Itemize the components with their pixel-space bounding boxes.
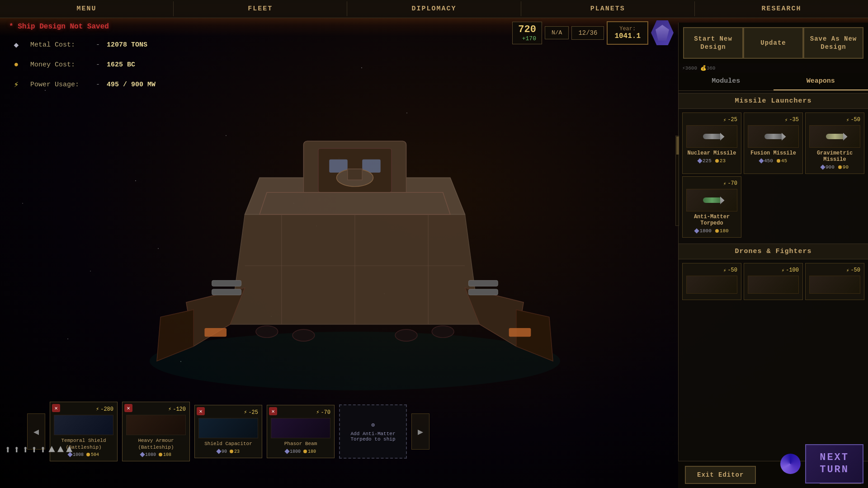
unit-icon-1: ⬆ bbox=[5, 443, 11, 456]
weapon-fusion-missile[interactable]: ⚡ -35 Fusion Missile 450 45 bbox=[744, 113, 803, 174]
nav-fleet[interactable]: FLEET bbox=[174, 1, 347, 16]
svg-point-0 bbox=[150, 332, 560, 390]
add-slot-plus: ⊕ bbox=[371, 421, 375, 429]
antimatter-metal-icon bbox=[694, 229, 699, 234]
update-button[interactable]: Update bbox=[743, 27, 803, 59]
scroll-right-arrow[interactable]: ▶ bbox=[411, 413, 429, 450]
weapon-nuclear-missile[interactable]: ⚡ -25 Nuclear Missile 225 23 bbox=[682, 113, 741, 174]
gold-coin-icon bbox=[715, 159, 719, 163]
right-equipment-panel[interactable]: Start New Design Update Save As New Desi… bbox=[678, 23, 868, 488]
drone-card-1[interactable]: ⚡ -50 bbox=[682, 263, 741, 300]
antimatter-power-val: -70 bbox=[727, 180, 737, 187]
nav-menu[interactable]: MENU bbox=[0, 1, 174, 16]
capacitor-power-val: -25 bbox=[248, 409, 258, 416]
capacitor-power-icon: ⚡ bbox=[244, 409, 247, 416]
ts-gold: 504 bbox=[86, 452, 99, 457]
exit-editor-button[interactable]: Exit Editor bbox=[685, 466, 756, 484]
remove-heavy-armour-button[interactable]: ✕ bbox=[124, 404, 132, 412]
drone1-image bbox=[686, 276, 737, 294]
drone2-power: ⚡ -100 bbox=[748, 267, 799, 273]
next-turn-button[interactable]: NEXT TURN bbox=[805, 444, 863, 483]
power-icon: ⚡ bbox=[9, 77, 24, 92]
fusion-metal: 450 bbox=[760, 158, 773, 164]
temporal-power-val: -280 bbox=[100, 406, 113, 413]
nuclear-power-val: -25 bbox=[727, 117, 737, 123]
svg-rect-23 bbox=[348, 169, 362, 180]
nav-research[interactable]: RESEARCH bbox=[695, 1, 868, 16]
save-as-new-design-button[interactable]: Save As New Design bbox=[803, 27, 863, 59]
svg-point-15 bbox=[292, 329, 315, 341]
unit-icon-7: ▲ bbox=[57, 443, 64, 456]
equipment-tabs: Modules Weapons bbox=[679, 73, 868, 91]
nuclear-gold-val: 23 bbox=[720, 158, 726, 164]
year-label: Year: bbox=[614, 26, 641, 32]
shield-capacitor-name: Shield Capacitor bbox=[198, 441, 258, 447]
start-new-design-button[interactable]: Start New Design bbox=[683, 27, 743, 59]
drone1-power-icon: ⚡ bbox=[723, 267, 726, 273]
shield-capacitor-stats: 90 23 bbox=[198, 449, 258, 454]
svg-rect-27 bbox=[468, 289, 498, 295]
slot-phasor-beam[interactable]: ✕ ⚡ -70 Phasor Beam 1800 180 bbox=[267, 405, 335, 458]
ship-3d-model bbox=[45, 68, 665, 398]
add-antimatter-torpedo-slot[interactable]: ⊕ Add Anti-Matter Torpedo to ship bbox=[339, 404, 407, 459]
svg-rect-11 bbox=[204, 328, 226, 337]
fusion-power-icon: ⚡ bbox=[785, 117, 788, 123]
unit-icon-6: ▲ bbox=[48, 443, 55, 456]
ha-metal: 1080 bbox=[141, 452, 156, 457]
antimatter-torpedo-name: Anti-Matter Torpedo bbox=[686, 214, 737, 226]
sc-gold-icon bbox=[230, 450, 233, 453]
nuclear-missile-image bbox=[686, 125, 737, 148]
weapon-gravimetric-missile[interactable]: ⚡ -50 Gravimetric Missile 900 90 bbox=[805, 113, 864, 174]
top-navigation: MENU FLEET DIPLOMACY PLANETS RESEARCH bbox=[0, 0, 868, 18]
phasor-power-val: -70 bbox=[321, 409, 330, 416]
remove-phasor-beam-button[interactable]: ✕ bbox=[269, 407, 277, 415]
tab-weapons[interactable]: Weapons bbox=[774, 73, 868, 90]
nuclear-metal: 225 bbox=[698, 158, 712, 164]
fusion-missile-shape bbox=[764, 134, 783, 139]
year-value: 1041.1 bbox=[614, 32, 641, 40]
nav-diplomacy[interactable]: DIPLOMACY bbox=[347, 1, 521, 16]
fusion-metal-val: 450 bbox=[764, 158, 773, 164]
fusion-missile-name: Fusion Missile bbox=[748, 150, 799, 156]
nav-planets[interactable]: PLANETS bbox=[521, 1, 695, 16]
grav-metal-icon bbox=[820, 165, 825, 170]
fusion-gold: 45 bbox=[777, 158, 787, 164]
drone-card-2[interactable]: ⚡ -100 bbox=[744, 263, 803, 300]
tab-modules[interactable]: Modules bbox=[679, 73, 774, 90]
nuclear-power: ⚡ -25 bbox=[686, 117, 737, 123]
next-turn-line1: NEXT bbox=[820, 452, 849, 464]
antimatter-torpedo-image bbox=[686, 189, 737, 211]
year-display: Year: 1041.1 bbox=[607, 21, 648, 45]
remove-shield-capacitor-button[interactable]: ✕ bbox=[197, 407, 205, 415]
armour-power-val: -120 bbox=[173, 406, 186, 413]
remove-temporal-shield-button[interactable]: ✕ bbox=[52, 404, 60, 412]
drone1-power-val: -50 bbox=[727, 267, 737, 273]
slot-heavy-armour[interactable]: ✕ ⚡ -120 Heavy Armour (Battleship) 1080 … bbox=[122, 402, 190, 461]
pb-gold-icon bbox=[303, 450, 307, 453]
not-saved-warning: * Ship Design Not Saved bbox=[9, 23, 156, 31]
money-icon: ● bbox=[9, 57, 24, 72]
scroll-top-area: ⚡3600 💰360 bbox=[679, 63, 868, 73]
right-panel-scrollbar[interactable] bbox=[675, 136, 679, 226]
scrollbar-thumb[interactable] bbox=[676, 136, 679, 155]
ha-gold-icon bbox=[159, 453, 162, 456]
phasor-beam-stats: 1800 180 bbox=[271, 449, 330, 454]
armour-power-icon: ⚡ bbox=[168, 406, 171, 413]
phasor-beam-image bbox=[271, 418, 330, 438]
svg-point-17 bbox=[432, 326, 454, 338]
crystals-delta: +170 bbox=[518, 35, 536, 42]
ha-gold: 108 bbox=[159, 452, 171, 457]
slot-shield-capacitor[interactable]: ✕ ⚡ -25 Shield Capacitor 90 23 bbox=[194, 405, 262, 458]
fusion-metal-icon bbox=[759, 159, 764, 164]
nuclear-gold: 23 bbox=[715, 158, 726, 164]
pb-gold: 180 bbox=[303, 449, 316, 454]
drones-fighters-header: Drones & Fighters bbox=[679, 244, 868, 259]
grav-gold-icon bbox=[838, 165, 842, 169]
add-slot-label: Add Anti-Matter Torpedo to ship bbox=[350, 431, 395, 442]
scroll-top-left: ⚡3600 💰360 bbox=[682, 65, 715, 71]
galaxy-spinner-icon bbox=[780, 454, 801, 474]
drone-card-3[interactable]: ⚡ -50 bbox=[805, 263, 864, 300]
unit-icons-bar: ⬆ ⬆ ⬆ ⬆ ⬆ ▲ ▲ ▲ bbox=[5, 443, 72, 456]
power-lightning-icon: ⚡ bbox=[723, 117, 726, 123]
weapon-antimatter-torpedo[interactable]: ⚡ -70 Anti-Matter Torpedo 1800 180 bbox=[682, 176, 741, 238]
